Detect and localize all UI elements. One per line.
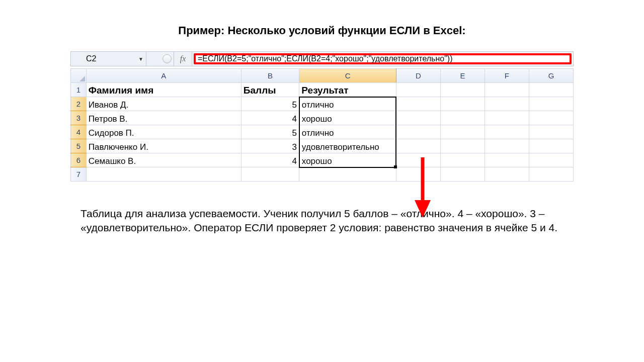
cell-C2[interactable]: отлично [299,97,396,111]
cell[interactable] [440,97,485,111]
cell[interactable] [440,83,485,97]
row-header[interactable]: 3 [71,111,87,125]
table-row: 1 Фамилия имя Баллы Результат [71,83,574,97]
row-header[interactable]: 6 [71,153,87,167]
cell[interactable] [440,153,485,167]
name-box-value: C2 [86,54,136,63]
spreadsheet-grid[interactable]: A B C D E F G 1 Фамилия имя Баллы Резуль… [70,68,574,182]
cell[interactable] [396,139,440,153]
table-row: 5 Павлюченко И. 3 удовлетворительно [71,139,574,153]
select-all-corner[interactable] [71,69,87,83]
table-row: 2 Иванов Д. 5 отлично [71,97,574,111]
cell[interactable] [396,97,440,111]
table-row: 6 Семашко В. 4 хорошо [71,153,574,167]
col-header-C[interactable]: C [299,69,396,83]
col-header-F[interactable]: F [485,69,529,83]
cell[interactable] [485,139,529,153]
cell-A2[interactable]: Иванов Д. [86,97,241,111]
col-header-A[interactable]: A [86,69,241,83]
table-row: 4 Сидоров П. 5 отлично [71,125,574,139]
col-header-G[interactable]: G [529,69,573,83]
col-header-B[interactable]: B [241,69,299,83]
row-header[interactable]: 2 [71,97,87,111]
page-title: Пример: Несколько условий функции ЕСЛИ в… [0,24,644,37]
cell[interactable] [529,111,573,125]
cell-A5[interactable]: Павлюченко И. [86,139,241,153]
cell[interactable] [485,153,529,167]
cell[interactable] [529,167,573,182]
cell[interactable] [485,111,529,125]
cell[interactable] [396,125,440,139]
col-header-E[interactable]: E [440,69,485,83]
cell-C4[interactable]: отлично [299,125,396,139]
cell[interactable] [241,167,299,182]
cell-B6[interactable]: 4 [241,153,299,167]
cancel-enter-icon [163,54,172,63]
fx-button[interactable]: fx [174,52,192,66]
row-header[interactable]: 7 [71,167,87,182]
cell[interactable] [299,167,396,182]
cell-A1[interactable]: Фамилия имя [86,83,241,97]
row-header[interactable]: 4 [71,125,87,139]
table-row: 3 Петров В. 4 хорошо [71,111,574,125]
description-text: Таблица для анализа успеваемости. Ученик… [80,207,564,235]
cell-C3[interactable]: хорошо [299,111,396,125]
formula-bar: C2 ▼ fx =ЕСЛИ(B2=5;"отлично";ЕСЛИ(B2=4;"… [70,51,574,66]
cell[interactable] [529,153,573,167]
formula-fn-area [146,52,174,66]
cell[interactable] [440,139,485,153]
cell[interactable] [396,111,440,125]
cell-A6[interactable]: Семашко В. [86,153,241,167]
table-row: 7 [71,167,574,182]
cell-B1[interactable]: Баллы [241,83,299,97]
cell[interactable] [86,167,241,182]
cell-B3[interactable]: 4 [241,111,299,125]
row-header[interactable]: 1 [71,83,87,97]
cell-C6[interactable]: хорошо [299,153,396,167]
cell[interactable] [440,167,485,182]
cell[interactable] [396,83,440,97]
name-box[interactable]: C2 ▼ [71,52,146,66]
excel-frame: C2 ▼ fx =ЕСЛИ(B2=5;"отлично";ЕСЛИ(B2=4;"… [70,51,574,182]
cell[interactable] [396,153,440,167]
cell[interactable] [485,125,529,139]
cell-B2[interactable]: 5 [241,97,299,111]
cell-A4[interactable]: Сидоров П. [86,125,241,139]
chevron-down-icon[interactable]: ▼ [136,56,146,62]
cell[interactable] [529,97,573,111]
cell[interactable] [529,83,573,97]
col-header-D[interactable]: D [396,69,440,83]
cell[interactable] [440,111,485,125]
cell[interactable] [485,167,529,182]
cell[interactable] [440,125,485,139]
cell-B5[interactable]: 3 [241,139,299,153]
cell[interactable] [485,83,529,97]
cell[interactable] [485,97,529,111]
cell-B4[interactable]: 5 [241,125,299,139]
row-header[interactable]: 5 [71,139,87,153]
cell-A3[interactable]: Петров В. [86,111,241,125]
cell[interactable] [396,167,440,182]
cell[interactable] [529,125,573,139]
cell[interactable] [529,139,573,153]
formula-input[interactable]: =ЕСЛИ(B2=5;"отлично";ЕСЛИ(B2=4;"хорошо";… [194,53,572,64]
cell-C5[interactable]: удовлетворительно [299,139,396,153]
cell-C1[interactable]: Результат [299,83,396,97]
